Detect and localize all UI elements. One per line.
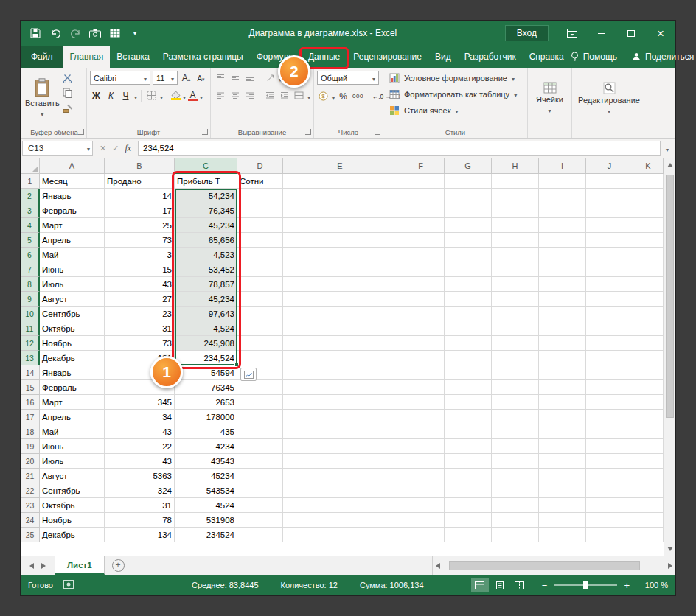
column-header-f[interactable]: F	[397, 158, 445, 174]
cell-F24[interactable]	[397, 513, 445, 528]
cell-C13[interactable]: 234,524	[175, 351, 237, 365]
align-bottom-icon[interactable]	[243, 71, 256, 85]
row-header-5[interactable]: 5	[21, 233, 40, 248]
customize-toolbar-icon[interactable]	[129, 27, 141, 39]
cell-G17[interactable]	[445, 410, 492, 424]
row-header-24[interactable]: 24	[21, 513, 40, 528]
row-header-2[interactable]: 2	[21, 189, 40, 203]
cell-A4[interactable]: Март	[40, 218, 105, 233]
cell-H3[interactable]	[492, 203, 539, 218]
cell-H21[interactable]	[492, 469, 539, 483]
cell-F17[interactable]	[397, 410, 445, 424]
table-icon[interactable]	[109, 27, 121, 39]
cell-E21[interactable]	[283, 469, 397, 483]
cell-E17[interactable]	[283, 410, 397, 424]
page-break-view-icon[interactable]	[511, 578, 529, 592]
cell-E22[interactable]	[283, 483, 397, 498]
cell-E7[interactable]	[283, 262, 397, 277]
cell-G3[interactable]	[445, 203, 492, 218]
cell-I22[interactable]	[539, 483, 586, 498]
cell-I13[interactable]	[539, 351, 586, 365]
cell-A6[interactable]: Май	[40, 248, 105, 262]
cell-A23[interactable]: Октябрь	[40, 498, 105, 513]
tab-formulas[interactable]: Формулы	[250, 46, 302, 68]
align-center-icon[interactable]	[229, 89, 241, 102]
cell-K24[interactable]	[633, 513, 664, 528]
row-header-8[interactable]: 8	[21, 277, 40, 292]
cell-F22[interactable]	[397, 483, 445, 498]
cell-C5[interactable]: 65,656	[175, 233, 237, 248]
cell-C18[interactable]: 435	[175, 424, 237, 439]
sheet-tab-list1[interactable]: Лист1	[55, 556, 105, 575]
number-dialog-launcher-icon[interactable]	[375, 129, 380, 135]
tab-review[interactable]: Рецензирование	[347, 46, 428, 68]
horizontal-scrollbar[interactable]	[432, 556, 675, 575]
cell-H5[interactable]	[492, 233, 539, 248]
tab-developer[interactable]: Разработчик	[458, 46, 523, 68]
cell-K6[interactable]	[633, 248, 664, 262]
cell-H8[interactable]	[492, 277, 539, 292]
cell-styles-button[interactable]: Стили ячеек	[386, 102, 524, 119]
row-header-1[interactable]: 1	[21, 174, 40, 189]
cell-B15[interactable]	[105, 380, 175, 395]
cell-D3[interactable]	[237, 203, 283, 218]
cell-G19[interactable]	[445, 439, 492, 454]
bold-button[interactable]: Ж	[90, 89, 102, 102]
cell-J17[interactable]	[586, 410, 633, 424]
cell-K11[interactable]	[633, 321, 664, 336]
cell-B11[interactable]: 31	[105, 321, 175, 336]
cell-C2[interactable]: 54,234	[175, 189, 237, 203]
cell-D7[interactable]	[237, 262, 283, 277]
cell-G16[interactable]	[445, 395, 492, 410]
borders-caret-icon[interactable]	[160, 89, 163, 102]
scroll-up-icon[interactable]	[667, 163, 673, 167]
cell-K16[interactable]	[633, 395, 664, 410]
cell-C23[interactable]: 4524	[175, 498, 237, 513]
cell-C4[interactable]: 45,234	[175, 218, 237, 233]
cell-H7[interactable]	[492, 262, 539, 277]
cell-J15[interactable]	[586, 380, 633, 395]
name-box[interactable]: C13	[22, 141, 93, 156]
cell-I2[interactable]	[539, 189, 586, 203]
cell-G6[interactable]	[445, 248, 492, 262]
cell-B25[interactable]: 134	[105, 528, 175, 542]
column-header-g[interactable]: G	[445, 158, 492, 174]
cell-G12[interactable]	[445, 336, 492, 351]
cell-C20[interactable]: 43543	[175, 454, 237, 469]
vertical-scrollbar[interactable]	[664, 158, 675, 556]
cell-J11[interactable]	[586, 321, 633, 336]
cell-F3[interactable]	[397, 203, 445, 218]
cell-K1[interactable]	[633, 174, 664, 189]
cell-K10[interactable]	[633, 307, 664, 321]
share-button[interactable]: Поделиться	[632, 52, 694, 62]
cell-B22[interactable]: 324	[105, 483, 175, 498]
cell-I4[interactable]	[539, 218, 586, 233]
cell-G4[interactable]	[445, 218, 492, 233]
cell-I3[interactable]	[539, 203, 586, 218]
cell-D13[interactable]	[237, 351, 283, 365]
cell-B10[interactable]: 23	[105, 307, 175, 321]
cell-H1[interactable]	[492, 174, 539, 189]
cell-F1[interactable]	[397, 174, 445, 189]
cell-C16[interactable]: 2653	[175, 395, 237, 410]
cell-E6[interactable]	[283, 248, 397, 262]
vertical-scroll-thumb[interactable]	[666, 175, 674, 418]
cell-A1[interactable]: Месяц	[40, 174, 105, 189]
cell-J25[interactable]	[586, 528, 633, 542]
cell-I25[interactable]	[539, 528, 586, 542]
expand-formula-bar-icon[interactable]	[661, 141, 674, 155]
conditional-formatting-button[interactable]: Условное форматирование	[386, 70, 524, 86]
tab-page-layout[interactable]: Разметка страницы	[156, 46, 250, 68]
cell-F20[interactable]	[397, 454, 445, 469]
cell-F12[interactable]	[397, 336, 445, 351]
align-right-icon[interactable]	[243, 89, 256, 102]
undo-icon[interactable]	[49, 27, 61, 39]
cell-K4[interactable]	[633, 218, 664, 233]
select-all-corner[interactable]	[21, 158, 40, 174]
cell-F16[interactable]	[397, 395, 445, 410]
row-header-20[interactable]: 20	[21, 454, 40, 469]
cell-H12[interactable]	[492, 336, 539, 351]
cell-A21[interactable]: Август	[40, 469, 105, 483]
cell-I17[interactable]	[539, 410, 586, 424]
column-header-h[interactable]: H	[492, 158, 539, 174]
